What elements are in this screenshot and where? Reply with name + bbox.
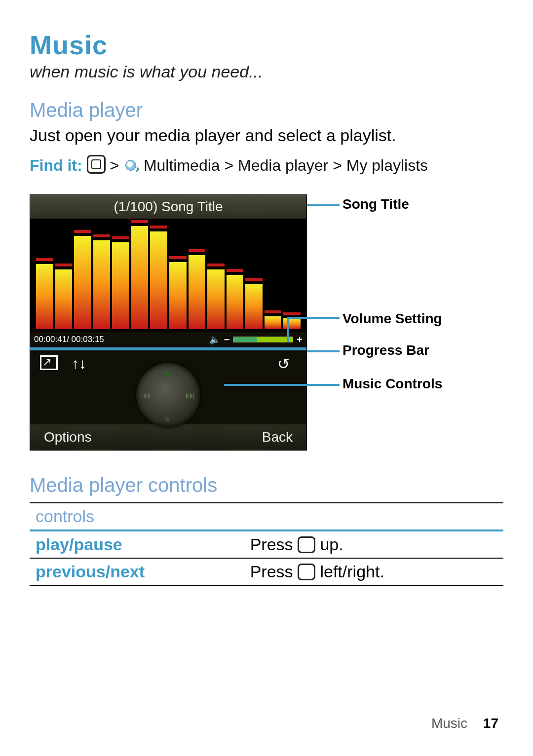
cmd-play-pause: play/pause	[30, 530, 244, 558]
media-player-screenshot: (1/100) Song Title 00:00:41/ 00:03:15 🔈 …	[30, 194, 307, 451]
stop-icon: ■	[165, 414, 170, 424]
table-row: previous/next Press left/right.	[30, 558, 503, 585]
menu-key-icon	[87, 155, 106, 174]
volume-slider	[233, 337, 293, 342]
shuffle-icon: ↑↓	[72, 355, 86, 372]
tagline: when music is what you need...	[30, 62, 503, 81]
page-footer: Music 17	[431, 716, 498, 731]
time-elapsed: 00:00:41/ 00:03:15	[34, 335, 104, 344]
annotation-controls: Music Controls	[343, 376, 442, 392]
annotation-progress: Progress Bar	[343, 342, 429, 358]
cmd-play-pause-action: Press up.	[244, 530, 503, 558]
softkey-back: Back	[262, 429, 293, 445]
player-time-volume-bar: 00:00:41/ 00:03:15 🔈 − +	[30, 332, 306, 347]
controls-table-header: controls	[30, 503, 503, 530]
softkey-options: Options	[44, 429, 92, 445]
annotation-volume: Volume Setting	[343, 311, 442, 327]
cmd-prev-next-action: Press left/right.	[244, 558, 503, 585]
repeat-icon: ↺	[277, 355, 290, 373]
controls-table: controls play/pause Press up. previous/n…	[30, 502, 503, 586]
footer-section: Music	[431, 716, 467, 731]
prev-track-icon: ⏮	[141, 389, 151, 401]
next-track-icon: ⏭	[186, 389, 195, 401]
find-it-path: Find it: > ♪ Multimedia > Media player >…	[30, 155, 503, 175]
cmd-prev-next: previous/next	[30, 558, 244, 585]
find-it-label: Find it:	[30, 156, 82, 174]
annotation-song-title: Song Title	[343, 196, 409, 212]
media-player-body: Just open your media player and select a…	[30, 124, 503, 147]
table-row: play/pause Press up.	[30, 530, 503, 558]
section-media-player: Media player	[30, 99, 503, 121]
player-controls-area: ↑↓ ↺ ▶ ■ ⏮ ⏭	[30, 350, 306, 424]
player-softkeys: Options Back	[30, 424, 306, 450]
player-song-title: (1/100) Song Title	[30, 195, 306, 219]
player-annotations: Song Title Volume Setting Progress Bar M…	[313, 194, 495, 451]
footer-page-number: 17	[483, 716, 498, 731]
volume-down-icon: −	[224, 334, 230, 345]
dpad-control: ▶ ■ ⏮ ⏭	[136, 363, 200, 427]
nav-key-icon	[298, 564, 315, 580]
volume-speaker-icon: 🔈	[209, 334, 220, 345]
visualizer	[30, 219, 306, 332]
multimedia-icon: ♪	[124, 159, 138, 173]
volume-up-icon: +	[297, 334, 303, 345]
section-media-player-controls: Media player controls	[30, 474, 503, 496]
play-icon: ▶	[164, 367, 172, 379]
find-it-breadcrumb: Multimedia > Media player > My playlists	[144, 156, 428, 174]
page-title: Music	[30, 30, 503, 60]
fullscreen-icon	[40, 355, 58, 370]
nav-key-icon	[298, 536, 315, 553]
